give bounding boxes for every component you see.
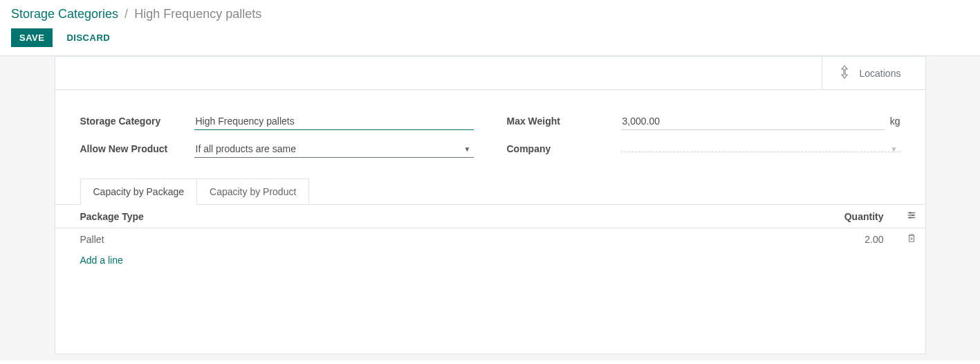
- max-weight-field: kg: [621, 113, 900, 130]
- form-col-right: Max Weight kg Company ▼: [507, 111, 900, 159]
- page-body: Locations Storage Category Allow New Pro…: [0, 56, 980, 361]
- sheet-padding: [55, 271, 925, 354]
- max-weight-label: Max Weight: [507, 116, 621, 127]
- button-box: Locations: [55, 57, 925, 90]
- action-row: SAVE DISCARD: [11, 28, 969, 47]
- cell-quantity[interactable]: 2.00: [555, 228, 898, 251]
- up-down-arrow-icon: [839, 65, 850, 81]
- svg-point-1: [909, 212, 911, 214]
- save-button[interactable]: SAVE: [11, 28, 53, 47]
- table-row[interactable]: Pallet 2.00: [55, 228, 925, 251]
- header-bar: Storage Categories / High Frequency pall…: [0, 0, 980, 56]
- max-weight-input[interactable]: [621, 113, 885, 130]
- company-label: Company: [507, 143, 621, 154]
- allow-new-product-label: Allow New Product: [80, 143, 194, 154]
- storage-category-row: Storage Category: [80, 111, 474, 131]
- cell-package-type[interactable]: Pallet: [55, 228, 555, 251]
- form-sheet: Locations Storage Category Allow New Pro…: [55, 56, 926, 354]
- storage-category-input[interactable]: [194, 113, 474, 130]
- tab-content: Package Type Quantity: [55, 204, 925, 354]
- locations-stat-button[interactable]: Locations: [822, 57, 925, 89]
- cell-actions: [898, 228, 925, 251]
- company-row: Company ▼: [507, 138, 900, 159]
- add-line-row: Add a line: [55, 250, 925, 271]
- breadcrumb-separator: /: [124, 7, 128, 21]
- storage-category-field: [194, 113, 474, 130]
- trash-icon[interactable]: [907, 234, 916, 245]
- filter-icon[interactable]: [907, 210, 916, 220]
- tabs: Capacity by Package Capacity by Product: [80, 179, 900, 204]
- company-select[interactable]: [621, 146, 900, 152]
- max-weight-row: Max Weight kg: [507, 111, 900, 131]
- allow-new-product-field: If all products are same ▼: [194, 140, 474, 158]
- tab-capacity-by-product[interactable]: Capacity by Product: [197, 179, 309, 204]
- breadcrumb: Storage Categories / High Frequency pall…: [11, 7, 969, 21]
- company-field: ▼: [621, 146, 900, 152]
- allow-new-product-select[interactable]: If all products are same: [194, 140, 474, 158]
- capacity-table: Package Type Quantity: [55, 205, 925, 271]
- locations-label: Locations: [860, 68, 901, 79]
- header-quantity[interactable]: Quantity: [555, 205, 898, 228]
- form-body: Storage Category Allow New Product If al…: [55, 90, 925, 204]
- storage-category-label: Storage Category: [80, 116, 194, 127]
- svg-point-5: [909, 217, 911, 219]
- max-weight-unit: kg: [890, 116, 900, 127]
- discard-button[interactable]: DISCARD: [64, 28, 113, 47]
- allow-new-product-row: Allow New Product If all products are sa…: [80, 138, 474, 159]
- header-actions: [898, 205, 925, 228]
- tab-capacity-by-package[interactable]: Capacity by Package: [80, 179, 198, 205]
- svg-point-3: [912, 215, 914, 217]
- breadcrumb-root[interactable]: Storage Categories: [11, 7, 118, 21]
- form-grid: Storage Category Allow New Product If al…: [80, 111, 900, 159]
- breadcrumb-current: High Frequency pallets: [134, 7, 261, 21]
- add-line-link[interactable]: Add a line: [80, 255, 123, 266]
- form-col-left: Storage Category Allow New Product If al…: [80, 111, 474, 159]
- header-package-type[interactable]: Package Type: [55, 205, 555, 228]
